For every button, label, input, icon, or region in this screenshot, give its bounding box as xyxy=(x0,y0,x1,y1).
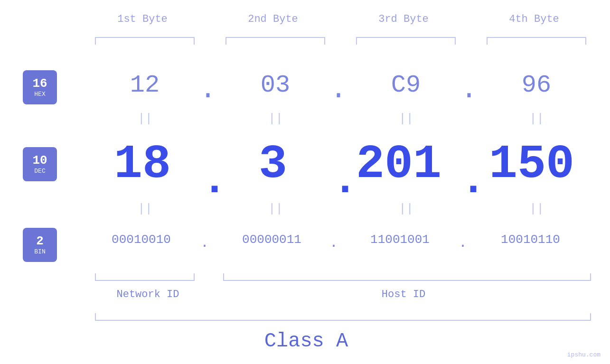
bin-value-4: 10010110 xyxy=(477,233,584,247)
byte2-header: 2nd Byte xyxy=(223,13,323,25)
dec-badge: 10 DEC xyxy=(23,147,57,181)
bin-dot-34: . xyxy=(459,235,467,251)
dec-value-1: 18 xyxy=(85,138,199,191)
dec-value-3: 201 xyxy=(342,138,456,191)
hex-dot-12: . xyxy=(199,74,216,106)
bin-badge-label: BIN xyxy=(34,248,45,255)
equals-1b: || xyxy=(138,202,152,216)
host-id-label: Host ID xyxy=(332,289,475,300)
ip-address-display: 1st Byte 2nd Byte 3rd Byte 4th Byte 16 H… xyxy=(0,0,610,364)
bin-dot-23: . xyxy=(329,235,338,251)
host-id-bracket xyxy=(223,273,591,281)
hex-dot-34: . xyxy=(460,74,478,106)
hex-badge: 16 HEX xyxy=(23,70,57,104)
top-bracket-2 xyxy=(225,37,325,45)
top-bracket-4 xyxy=(487,37,586,45)
hex-value-4: 96 xyxy=(487,71,586,99)
equals-4a: || xyxy=(529,112,544,126)
bin-value-1: 00010010 xyxy=(88,233,195,247)
equals-1a: || xyxy=(138,112,152,126)
class-a-bracket xyxy=(95,313,591,321)
dec-value-4: 150 xyxy=(465,138,598,191)
hex-value-2: 03 xyxy=(225,71,325,99)
dec-badge-number: 10 xyxy=(32,154,47,168)
bin-value-2: 00000011 xyxy=(218,233,325,247)
bin-dot-12: . xyxy=(200,235,209,251)
network-id-label: Network ID xyxy=(111,289,185,300)
equals-3b: || xyxy=(399,202,413,216)
equals-2b: || xyxy=(268,202,283,216)
bin-value-3: 11001001 xyxy=(347,233,453,247)
hex-dot-23: . xyxy=(330,74,347,106)
equals-2a: || xyxy=(268,112,283,126)
equals-3a: || xyxy=(399,112,413,126)
hex-badge-number: 16 xyxy=(32,77,47,91)
byte1-header: 1st Byte xyxy=(93,13,192,25)
equals-4b: || xyxy=(529,202,544,216)
bin-badge: 2 BIN xyxy=(23,228,57,262)
byte3-header: 3rd Byte xyxy=(354,13,453,25)
bin-badge-number: 2 xyxy=(36,234,44,248)
byte4-header: 4th Byte xyxy=(484,13,584,25)
top-bracket-1 xyxy=(95,37,195,45)
dec-badge-label: DEC xyxy=(34,168,45,175)
hex-value-3: C9 xyxy=(356,71,456,99)
hex-value-1: 12 xyxy=(95,71,195,99)
network-id-bracket xyxy=(95,273,195,281)
top-bracket-3 xyxy=(356,37,456,45)
class-a-label: Class A xyxy=(190,330,422,353)
watermark: ipshu.com xyxy=(567,351,601,358)
dec-value-2: 3 xyxy=(216,138,330,191)
hex-badge-label: HEX xyxy=(34,91,45,98)
